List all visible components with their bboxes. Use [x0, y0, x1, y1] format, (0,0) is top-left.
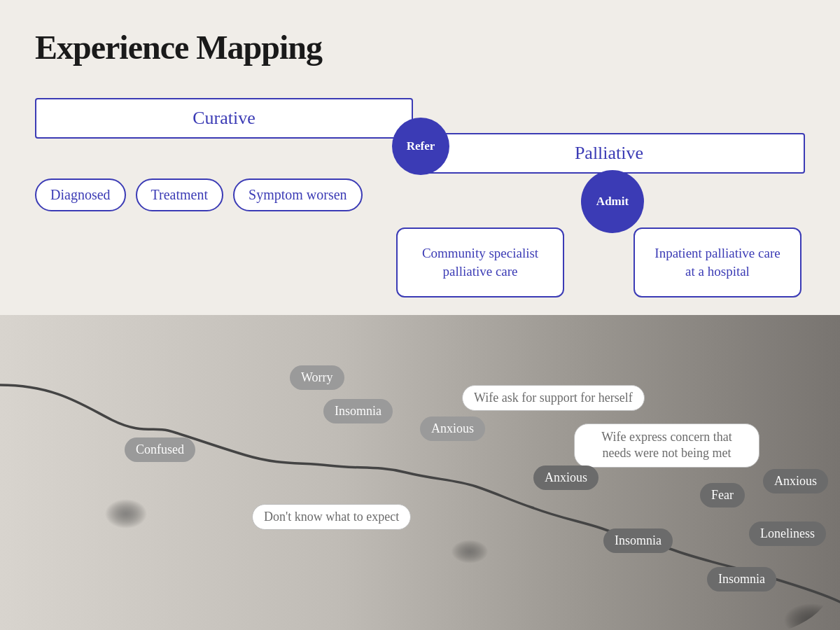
stage-pills-container: Diagnosed Treatment Symptom worsen: [35, 178, 363, 211]
stage-diagnosed: Diagnosed: [35, 178, 126, 211]
svg-point-1: [98, 455, 238, 553]
emotion-wife-ask: Wife ask for support for herself: [462, 385, 645, 411]
palliative-phase-bar: Palliative: [413, 133, 805, 174]
emotion-anxious-2: Anxious: [533, 465, 598, 490]
admit-button[interactable]: Admit: [581, 170, 644, 233]
community-service-box: Community specialist palliative care: [396, 227, 564, 298]
emotion-anxious-3: Anxious: [763, 469, 828, 493]
page-title: Experience Mapping: [35, 28, 322, 66]
palliative-label: Palliative: [575, 143, 643, 164]
stage-treatment: Treatment: [136, 178, 223, 211]
emotion-anxious-1: Anxious: [420, 416, 485, 441]
refer-button[interactable]: Refer: [392, 118, 449, 175]
curative-phase-bar: Curative: [35, 98, 413, 139]
svg-point-2: [385, 483, 539, 581]
emotion-fear: Fear: [700, 483, 745, 507]
emotion-insomnia-3: Insomnia: [707, 567, 776, 592]
emotion-confused: Confused: [125, 438, 195, 462]
emotion-insomnia-2: Insomnia: [603, 528, 673, 553]
emotion-insomnia-1: Insomnia: [323, 399, 393, 424]
curative-label: Curative: [192, 108, 255, 129]
emotion-loneliness: Loneliness: [749, 522, 826, 546]
emotion-worry: Worry: [290, 365, 344, 390]
emotion-curve-area: Worry Insomnia Anxious Confused Don't kn…: [0, 315, 840, 630]
stage-symptom-worsen: Symptom worsen: [233, 178, 363, 211]
emotion-wife-express: Wife express concern that needs were not…: [574, 424, 760, 468]
inpatient-service-box: Inpatient palliative care at a hospital: [634, 227, 802, 298]
emotion-dont-know: Don't know what to expect: [252, 504, 411, 530]
